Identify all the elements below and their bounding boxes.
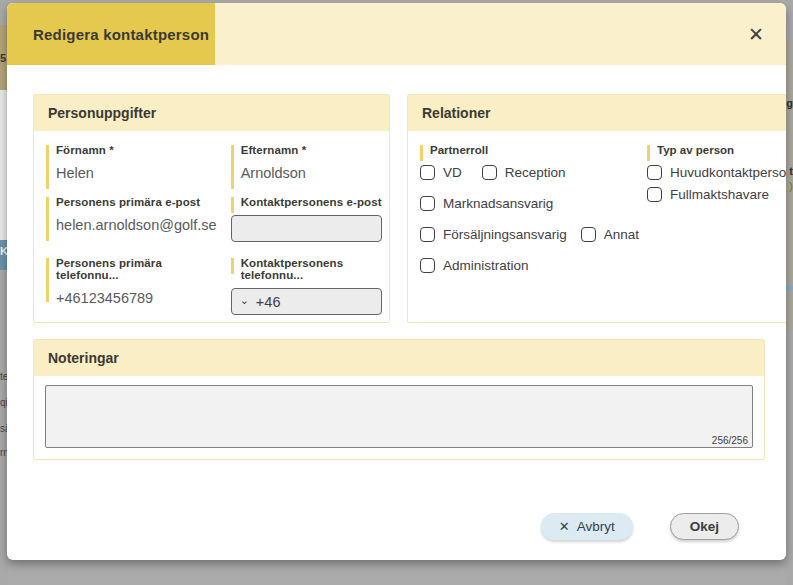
char-counter: 256/256 (712, 435, 748, 446)
ok-button-label: Okej (690, 519, 719, 534)
checkbox-icon (581, 227, 596, 242)
checkbox-icon (420, 165, 435, 180)
field-accent-bar (46, 197, 49, 241)
field-fornamn: Förnamn * Helen (46, 144, 217, 181)
section-relationer-header: Relationer (408, 95, 786, 131)
group-label-partnerroll: Partnerroll (420, 144, 647, 156)
dialog-body: Personuppgifter Förnamn * Helen Efternam… (7, 65, 786, 540)
section-personuppgifter: Personuppgifter Förnamn * Helen Efternam… (33, 94, 390, 323)
field-value: helen.arnoldson@golf.se (46, 217, 217, 233)
field-accent-bar (231, 197, 234, 213)
section-title: Noteringar (48, 350, 119, 366)
checkbox-label: Reception (505, 165, 566, 180)
bg-text-fragment: 5 (0, 53, 6, 64)
checkbox-icon (482, 165, 497, 180)
bg-text-fragment: ) (789, 181, 793, 192)
checkbox-vd[interactable]: VD (420, 165, 462, 180)
checkbox-fullmaktshavare[interactable]: Fullmaktshavare (647, 187, 769, 202)
dialog-footer: ✕ Avbryt Okej (33, 460, 765, 540)
field-accent-bar (647, 145, 650, 161)
cancel-x-icon: ✕ (559, 520, 570, 533)
checkbox-label: Fullmaktshavare (670, 187, 769, 202)
checkbox-label: Huvudkontaktperson (670, 165, 786, 180)
close-icon[interactable]: ✕ (748, 25, 764, 44)
bg-text-fragment: g (786, 98, 793, 109)
noteringar-textarea-wrap: 256/256 (45, 385, 753, 448)
select-value: +46 (256, 294, 281, 310)
field-label: Kontaktpersonens telefonnu... (231, 257, 382, 281)
checkbox-huvudkontaktperson[interactable]: Huvudkontaktperson (647, 165, 786, 180)
noteringar-textarea[interactable] (46, 386, 752, 447)
partnerroll-group: Partnerroll VD Reception (420, 144, 647, 289)
bg-text-fragment: t (789, 166, 793, 177)
cancel-button[interactable]: ✕ Avbryt (541, 513, 633, 540)
checkbox-label: Annat (604, 227, 639, 242)
edit-contact-dialog: Redigera kontaktperson ✕ Personuppgifter… (7, 3, 786, 560)
dialog-header-spacer: ✕ (215, 3, 786, 65)
field-label: Kontaktpersonens e-post (231, 196, 382, 208)
field-value: Helen (46, 165, 217, 181)
field-efternamn: Efternamn * Arnoldson (231, 144, 382, 181)
dialog-header: Redigera kontaktperson ✕ (7, 3, 786, 65)
cancel-button-label: Avbryt (577, 519, 615, 534)
field-value: +46123456789 (46, 290, 217, 306)
checkbox-icon (420, 258, 435, 273)
field-accent-bar (231, 145, 234, 189)
section-title: Relationer (422, 105, 490, 121)
field-label: Personens primära e-post (46, 196, 217, 208)
checkbox-icon (647, 187, 662, 202)
checkbox-label: Försäljningsansvarig (443, 227, 567, 242)
dialog-title-tab: Redigera kontaktperson (7, 3, 215, 65)
chevron-down-icon: ⌄ (240, 295, 249, 306)
field-kontakt-epost: Kontaktpersonens e-post (231, 196, 382, 242)
section-title: Personuppgifter (48, 105, 156, 121)
ok-button[interactable]: Okej (670, 513, 739, 540)
field-kontakt-telefon: Kontaktpersonens telefonnu... ⌄ +46 (231, 257, 382, 315)
background-page-right: g t ) (785, 0, 793, 585)
checkbox-label: VD (443, 165, 462, 180)
checkbox-marknadsansvarig[interactable]: Marknadsansvarig (420, 196, 553, 211)
field-accent-bar (231, 258, 234, 274)
section-personuppgifter-header: Personuppgifter (34, 95, 389, 131)
field-accent-bar (46, 145, 49, 189)
group-label-text: Typ av person (657, 144, 734, 156)
checkbox-icon (420, 227, 435, 242)
kontakt-epost-input[interactable] (231, 215, 382, 242)
checkbox-icon (420, 196, 435, 211)
field-primar-telefon: Personens primära telefonnu... +46123456… (46, 257, 217, 315)
checkbox-forsaljningsansvarig[interactable]: Försäljningsansvarig (420, 227, 567, 242)
checkbox-icon (647, 165, 662, 180)
field-label: Efternamn * (231, 144, 382, 156)
field-accent-bar (46, 258, 49, 302)
checkbox-label: Marknadsansvarig (443, 196, 553, 211)
section-relationer: Relationer Partnerroll VD (407, 94, 786, 323)
checkbox-administration[interactable]: Administration (420, 258, 529, 273)
field-value: Arnoldson (231, 165, 382, 181)
section-noteringar: Noteringar 256/256 (33, 339, 765, 460)
checkbox-label: Administration (443, 258, 529, 273)
dialog-title: Redigera kontaktperson (33, 26, 209, 43)
typ-av-person-group: Typ av person Huvudkontaktperson (647, 144, 786, 289)
checkbox-reception[interactable]: Reception (482, 165, 566, 180)
group-label-typ-av-person: Typ av person (647, 144, 786, 156)
checkbox-annat[interactable]: Annat (581, 227, 639, 242)
field-label: Förnamn * (46, 144, 217, 156)
section-noteringar-header: Noteringar (34, 340, 764, 376)
field-accent-bar (420, 145, 423, 161)
telefon-landskod-select[interactable]: ⌄ +46 (231, 288, 382, 315)
group-label-text: Partnerroll (430, 144, 488, 156)
field-primar-epost: Personens primära e-post helen.arnoldson… (46, 196, 217, 242)
bg-text-fragment: rr (0, 448, 7, 458)
field-label: Personens primära telefonnu... (46, 257, 217, 281)
